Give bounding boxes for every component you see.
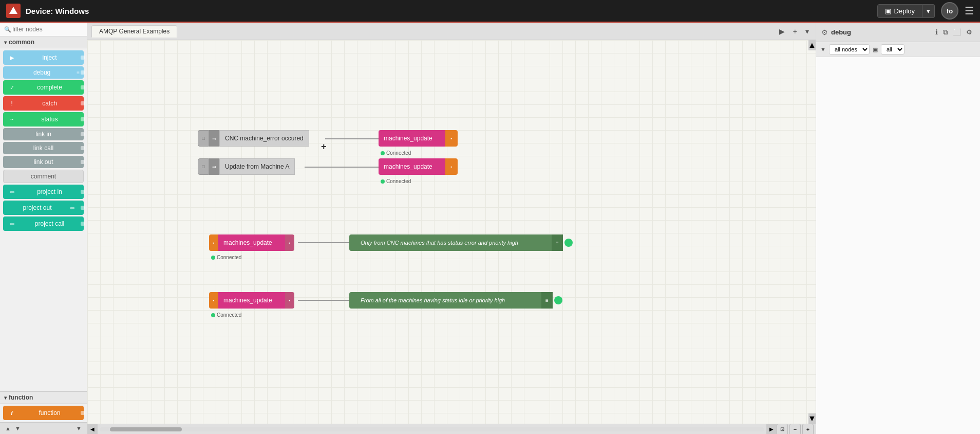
- node-cnc-error[interactable]: □ ⇒ CNC machine_error occured +: [198, 130, 309, 147]
- port-icon-4: ▪: [289, 241, 291, 245]
- tab-menu-button[interactable]: ▾: [803, 26, 812, 37]
- filter-all-icon: ▣: [873, 46, 878, 53]
- node-update-machine-a[interactable]: □ ⇒ Update from Machine A: [198, 158, 295, 175]
- run-button[interactable]: ▶: [777, 26, 787, 37]
- debug-menu-icon: ≡: [77, 70, 80, 76]
- sidebar-item-link-in[interactable]: link in: [3, 128, 84, 140]
- section-common-label: common: [9, 39, 34, 46]
- complete-icon: ✓: [7, 83, 16, 92]
- connected-dot-2: [381, 179, 385, 184]
- node-machines-update-2-label: machines_update: [384, 163, 432, 170]
- sidebar-item-function[interactable]: f function: [3, 406, 84, 420]
- tab-label: AMQP General Examples: [99, 28, 169, 35]
- sidebar-item-project-call[interactable]: ⇦ project call: [3, 216, 84, 231]
- panel-export-button[interactable]: ⬜: [950, 27, 964, 38]
- node-machines-update-3[interactable]: ▪ machines_update ▪ Connected: [209, 234, 294, 251]
- section-common-header[interactable]: ▾ common: [0, 37, 87, 48]
- zoom-in-button[interactable]: +: [802, 424, 814, 435]
- sidebar-item-comment[interactable]: comment: [3, 170, 84, 183]
- section-function-label: function: [9, 394, 33, 401]
- node-machines-update-3-port-right: ▪: [285, 234, 294, 251]
- node-machines-update-4[interactable]: ▪ machines_update ▪ Connected: [209, 292, 294, 309]
- avatar[interactable]: fo: [941, 2, 958, 20]
- node-port-right: [81, 222, 85, 226]
- node-cnc-error-sq: □: [198, 130, 209, 147]
- node-machines-update-1[interactable]: machines_update ▪ Connected: [379, 130, 458, 147]
- checkbox-icon-2: □: [202, 164, 204, 169]
- chevron-down-icon: ▾: [4, 40, 7, 45]
- node-filter-2-label: From all of the machines having status i…: [361, 297, 505, 303]
- chevron-down-icon-2: ▾: [4, 395, 7, 401]
- menu-button[interactable]: ☰: [965, 5, 974, 17]
- filter-menu-icon-2: ≡: [545, 298, 549, 303]
- debug-panel-title: debug: [831, 28, 933, 36]
- node-machines-update-3-label: machines_update: [223, 239, 272, 246]
- filter-nodes-select[interactable]: all nodes: [829, 44, 870, 55]
- sidebar-item-complete[interactable]: ✓ complete: [3, 80, 84, 95]
- node-machines-update-1-label-box: machines_update: [379, 130, 445, 147]
- sidebar-item-project-out[interactable]: project out ⇦: [3, 201, 84, 215]
- main-layout: 🔍 ▾ common ▶ inject debug ≡ ✓ complete: [0, 23, 980, 434]
- function-icon: f: [7, 408, 16, 418]
- node-filter-1[interactable]: Only from CNC machines that has status e…: [349, 234, 573, 251]
- connected-label-4: Connected: [217, 312, 241, 318]
- deploy-button[interactable]: ▣ Deploy: [877, 4, 922, 18]
- add-tab-button[interactable]: +: [790, 26, 800, 37]
- panel-settings-button[interactable]: ⚙: [964, 27, 975, 38]
- port-icon-3: ▪: [213, 241, 215, 245]
- connected-label-3: Connected: [217, 255, 241, 260]
- deploy-icon: ▣: [885, 7, 891, 15]
- node-filter-2[interactable]: From all of the machines having status i…: [349, 292, 562, 309]
- filter-1-status-dot: [564, 239, 573, 247]
- node-machines-update-2-label-box: machines_update: [379, 158, 445, 175]
- node-machines-update-3-label-box: machines_update: [218, 234, 285, 251]
- sidebar-scroll-down-button[interactable]: ▼: [13, 424, 23, 432]
- node-port-right: [81, 190, 85, 194]
- topbar: Device: Windows ▣ Deploy ▾ fo ☰: [0, 0, 980, 23]
- section-function-header[interactable]: ▾ function: [0, 391, 87, 404]
- node-machines-update-2-port: ▪: [445, 158, 458, 175]
- canvas-scroll-down-button[interactable]: ▼: [808, 413, 816, 424]
- sidebar-scroll-up-button[interactable]: ▲: [3, 424, 13, 432]
- canvas-nav-right-button[interactable]: ▶: [766, 424, 777, 435]
- canvas-nav-left-button[interactable]: ◀: [87, 424, 98, 435]
- node-update-label-box: Update from Machine A: [219, 158, 295, 175]
- filter-2-status-dot: [554, 296, 562, 304]
- deploy-dropdown-button[interactable]: ▾: [922, 4, 935, 18]
- checkbox-icon: □: [202, 136, 204, 141]
- canvas-scroll-up-button[interactable]: ▲: [808, 40, 816, 50]
- sidebar-item-project-in[interactable]: ⇦ project in: [3, 185, 84, 199]
- project-in-icon: ⇦: [7, 187, 16, 196]
- canvas-tabs: AMQP General Examples ▶ + ▾: [87, 23, 816, 40]
- filter-nodes-input[interactable]: [0, 23, 87, 37]
- connected-dot-4: [211, 313, 215, 317]
- sidebar-item-link-out[interactable]: link out: [3, 156, 84, 168]
- zoom-out-button[interactable]: −: [789, 424, 801, 435]
- sidebar-item-status[interactable]: ~ status: [3, 112, 84, 126]
- canvas[interactable]: □ ⇒ CNC machine_error occured + □ ⇒: [87, 40, 816, 434]
- sidebar-item-debug[interactable]: debug ≡: [3, 66, 84, 79]
- port-icon-2: ▪: [451, 165, 453, 169]
- arrow-icon-2: ⇒: [212, 164, 216, 170]
- panel-copy-button[interactable]: ⧉: [940, 27, 950, 38]
- canvas-hscrollbar[interactable]: [100, 427, 764, 431]
- node-update-sq: □: [198, 158, 209, 175]
- node-cnc-error-label: CNC machine_error occured: [225, 135, 304, 142]
- filter-1-left-port: [349, 234, 356, 251]
- sidebar-item-inject[interactable]: ▶ inject: [3, 50, 84, 65]
- panel-info-button[interactable]: ℹ: [933, 27, 940, 38]
- node-machines-update-2[interactable]: machines_update ▪ Connected: [379, 158, 458, 175]
- sidebar-expand-button[interactable]: ▼: [74, 424, 84, 432]
- node-machines-update-4-label-box: machines_update: [218, 292, 285, 309]
- node-machines-update-4-port-left: ▪: [209, 292, 218, 309]
- debug-icon: ⚙: [821, 28, 828, 37]
- zoom-fit-button[interactable]: ⊡: [777, 424, 788, 435]
- right-panel-content: [816, 57, 980, 434]
- node-machines-update-1-label: machines_update: [384, 135, 432, 142]
- tab-amqp-general[interactable]: AMQP General Examples: [91, 25, 177, 38]
- sidebar-item-catch[interactable]: ! catch: [3, 96, 84, 111]
- filter-all-select[interactable]: all: [881, 44, 904, 55]
- project-call-icon: ⇦: [7, 219, 16, 228]
- node-machines-update-4-port-right: ▪: [285, 292, 294, 309]
- sidebar-item-link-call[interactable]: link call: [3, 142, 84, 154]
